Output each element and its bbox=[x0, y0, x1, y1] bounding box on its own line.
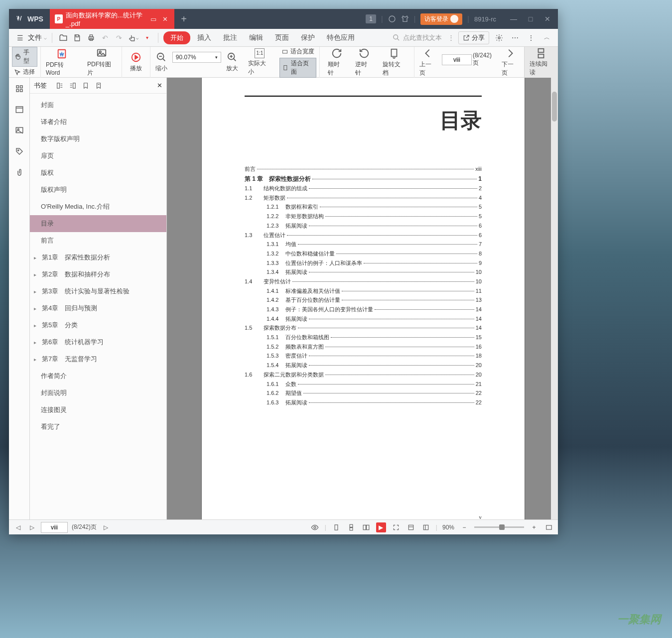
bookmark-item[interactable]: 译者介绍 bbox=[30, 114, 166, 130]
menu-start[interactable]: 开始 bbox=[163, 31, 190, 44]
bookmark-item[interactable]: 封面说明 bbox=[30, 384, 166, 401]
menu-comment[interactable]: 批注 bbox=[218, 31, 242, 44]
sidebar-close-icon[interactable]: ✕ bbox=[157, 82, 162, 89]
pdf-to-image[interactable]: PDF转图片 bbox=[82, 45, 122, 79]
wps-home-tab[interactable]: WPS bbox=[9, 14, 50, 23]
zoom-in[interactable]: 放大 bbox=[221, 49, 243, 75]
bookmark-item[interactable]: 版权声明 bbox=[30, 181, 166, 198]
bookmark-item[interactable]: ▸第3章 统计实验与显著性检验 bbox=[30, 283, 166, 300]
view2-icon[interactable] bbox=[421, 522, 431, 532]
bookmark-item[interactable]: 数字版权声明 bbox=[30, 130, 166, 147]
tab-close-icon[interactable]: ✕ bbox=[160, 14, 169, 24]
status-next-icon[interactable]: ▷ bbox=[27, 522, 37, 532]
new-tab-button[interactable]: + bbox=[174, 13, 193, 25]
print-icon[interactable] bbox=[85, 32, 97, 44]
continuous-icon[interactable] bbox=[346, 522, 356, 532]
bookmark-item[interactable]: 目录 bbox=[30, 215, 166, 232]
image-icon[interactable] bbox=[13, 125, 25, 136]
more-icon[interactable]: ⋮ bbox=[525, 32, 537, 44]
maximize-button[interactable]: □ bbox=[522, 9, 539, 29]
bookmark-item[interactable]: ▸第1章 探索性数据分析 bbox=[30, 249, 166, 266]
bookmark-opts-icon[interactable] bbox=[94, 81, 104, 91]
expand-all-icon[interactable] bbox=[55, 81, 65, 91]
dropdown-icon[interactable]: ▾ bbox=[141, 32, 153, 44]
tab-window-icon[interactable]: ▭ bbox=[149, 14, 158, 24]
zoom-value-input[interactable]: 90.07%▾ bbox=[172, 52, 221, 63]
pdf-to-word[interactable]: PDF转Word bbox=[41, 46, 82, 78]
two-page-icon[interactable] bbox=[361, 522, 371, 532]
next-page[interactable]: 下一页 bbox=[497, 45, 524, 79]
rotate-cw[interactable]: 顺时针 bbox=[323, 45, 350, 79]
status-prev-icon[interactable]: ◁ bbox=[13, 522, 23, 532]
thumbnails-icon[interactable] bbox=[13, 83, 25, 95]
bookmark-item[interactable]: 扉页 bbox=[30, 147, 166, 164]
menu-edit[interactable]: 编辑 bbox=[244, 31, 268, 44]
menu-insert[interactable]: 插入 bbox=[192, 31, 216, 44]
bookmark-item[interactable]: 看完了 bbox=[30, 418, 166, 435]
share-button[interactable]: 分享 bbox=[458, 31, 489, 44]
bookmark-add-icon[interactable] bbox=[81, 81, 91, 91]
rotate-ccw[interactable]: 逆时针 bbox=[350, 45, 378, 79]
page-number-input[interactable] bbox=[442, 54, 472, 65]
redo-icon[interactable]: ↷ bbox=[113, 32, 125, 44]
outline-icon[interactable] bbox=[13, 104, 25, 116]
undo-icon[interactable]: ↶ bbox=[99, 32, 111, 44]
notification-badge[interactable]: 1 bbox=[366, 14, 376, 23]
fit-width[interactable]: 适合宽度 bbox=[279, 46, 316, 57]
continuous-read[interactable]: 连续阅读 bbox=[524, 47, 558, 78]
fit-screen-icon[interactable] bbox=[544, 522, 554, 532]
menu-special[interactable]: 特色应用 bbox=[322, 31, 360, 44]
bookmark-item[interactable]: ▸第5章 分类 bbox=[30, 317, 166, 334]
bookmark-item[interactable]: O'Reilly Media, Inc.介绍 bbox=[30, 198, 166, 215]
zoom-out[interactable]: 缩小 bbox=[150, 49, 172, 75]
bookmark-item[interactable]: 封面 bbox=[30, 97, 166, 114]
bookmark-item[interactable]: ▸第7章 无监督学习 bbox=[30, 351, 166, 368]
page-count-label: (8/242)页 bbox=[473, 52, 497, 67]
login-button[interactable]: 访客登录 bbox=[420, 13, 462, 25]
search-input[interactable]: 点此查找文本⋮ bbox=[393, 33, 454, 42]
prev-page[interactable]: 上一页 bbox=[414, 45, 442, 79]
minimize-button[interactable]: — bbox=[505, 9, 522, 29]
single-page-icon[interactable] bbox=[331, 522, 341, 532]
zoom-minus-icon[interactable]: − bbox=[459, 522, 469, 532]
actual-size[interactable]: 1:1实际大小 bbox=[243, 46, 276, 78]
document-viewer[interactable]: 目录 前言xiii第 1 章 探索性数据分析11.1结构化数据的组成21.2矩形… bbox=[167, 78, 558, 519]
tag-icon[interactable] bbox=[13, 145, 25, 157]
save-icon[interactable] bbox=[71, 32, 83, 44]
status-page-input[interactable] bbox=[41, 522, 68, 533]
feedback-icon[interactable]: ⋯ bbox=[509, 32, 521, 44]
rotate-doc[interactable]: 旋转文档 bbox=[378, 45, 411, 79]
bookmark-item[interactable]: ▸第2章 数据和抽样分布 bbox=[30, 266, 166, 283]
hand-tool[interactable]: 手型 bbox=[12, 47, 37, 67]
bookmark-item[interactable]: 作者简介 bbox=[30, 368, 166, 384]
tab-active-document[interactable]: P 面向数据科学家的...统计学_.pdf ▭ ✕ bbox=[50, 9, 174, 29]
eye-icon[interactable] bbox=[310, 522, 320, 532]
bookmark-item[interactable]: 连接图灵 bbox=[30, 401, 166, 418]
collapse-all-icon[interactable] bbox=[68, 81, 78, 91]
select-tool[interactable]: 选择 bbox=[12, 67, 37, 77]
menu-protect[interactable]: 保护 bbox=[296, 31, 320, 44]
open-icon[interactable] bbox=[57, 32, 69, 44]
view1-icon[interactable] bbox=[406, 522, 416, 532]
slideshow-icon[interactable]: ▶ bbox=[376, 522, 386, 532]
collapse-ribbon-icon[interactable]: ︿ bbox=[541, 32, 553, 44]
zoom-slider[interactable] bbox=[474, 526, 524, 528]
menu-page[interactable]: 页面 bbox=[270, 31, 294, 44]
zoom-plus-icon[interactable]: + bbox=[529, 522, 539, 532]
bookmark-item[interactable]: ▸第6章 统计机器学习 bbox=[30, 334, 166, 351]
file-menu[interactable]: ☰ 文件⌵ bbox=[14, 32, 47, 44]
attachment-icon[interactable] bbox=[13, 166, 25, 178]
skin-icon[interactable] bbox=[401, 15, 409, 23]
bookmark-item[interactable]: 前言 bbox=[30, 232, 166, 249]
sync-icon[interactable] bbox=[388, 15, 396, 23]
fullscreen-icon[interactable] bbox=[391, 522, 401, 532]
vertical-scrollbar[interactable] bbox=[551, 78, 558, 519]
settings-icon[interactable] bbox=[493, 32, 505, 44]
touch-icon[interactable]: ⌵ bbox=[127, 32, 139, 44]
bookmark-item[interactable]: ▸第4章 回归与预测 bbox=[30, 300, 166, 317]
close-button[interactable]: ✕ bbox=[539, 9, 556, 29]
status-nextpage-icon[interactable]: ▷ bbox=[101, 522, 111, 532]
bookmark-item[interactable]: 版权 bbox=[30, 164, 166, 181]
play-button[interactable]: 播放 bbox=[125, 49, 147, 75]
fit-page[interactable]: 适合页面 bbox=[279, 58, 316, 78]
